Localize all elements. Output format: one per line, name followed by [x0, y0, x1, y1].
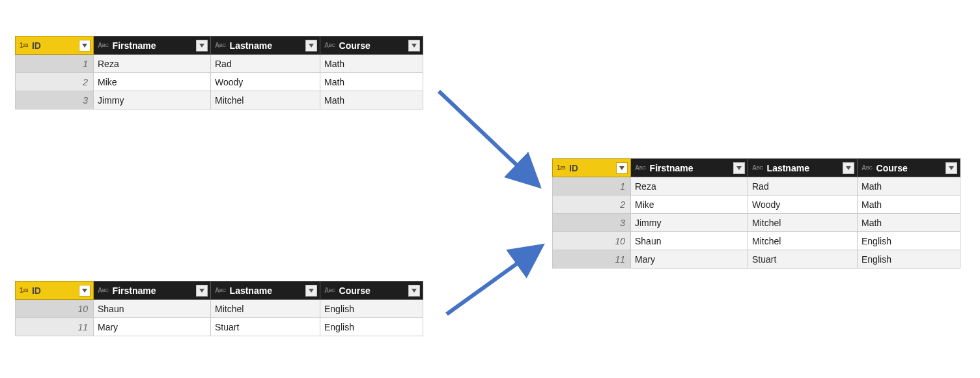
header-row: 123IDABCFirstnameABCLastnameABCCourse: [16, 36, 423, 55]
cell-firstname: Mary: [631, 250, 748, 269]
cell-id: 2: [553, 196, 631, 214]
cell-course: Math: [858, 177, 960, 196]
cell-course: Math: [858, 196, 960, 214]
cell-id: 3: [553, 214, 631, 232]
column-label: Firstname: [650, 163, 693, 173]
column-filter-button[interactable]: [305, 285, 317, 297]
column-filter-button[interactable]: [945, 162, 957, 174]
arrow-bottom-to-result: [441, 241, 546, 319]
table-row: 1RezaRadMath: [16, 55, 423, 73]
type-text-icon: ABC: [752, 165, 763, 171]
cell-lastname: Rad: [748, 177, 858, 196]
cell-course: English: [858, 232, 960, 250]
cell-id: 11: [553, 250, 631, 269]
type-text-icon: ABC: [98, 42, 109, 49]
column-header-last[interactable]: ABCLastname: [211, 282, 320, 300]
cell-lastname: Mitchel: [211, 91, 320, 109]
type-text-icon: ABC: [98, 287, 109, 294]
cell-course: Math: [320, 91, 423, 109]
cell-lastname: Mitchel: [748, 214, 858, 232]
cell-firstname: Jimmy: [631, 214, 748, 232]
cell-firstname: Mike: [94, 73, 211, 91]
column-label: Lastname: [767, 163, 809, 173]
cell-lastname: Woody: [211, 73, 320, 91]
column-header-course[interactable]: ABCCourse: [320, 282, 423, 300]
type-text-icon: ABC: [215, 42, 226, 49]
cell-lastname: Mitchel: [748, 232, 858, 250]
cell-firstname: Shaun: [94, 300, 211, 318]
cell-firstname: Reza: [631, 177, 748, 196]
column-label: ID: [32, 40, 41, 51]
type-int-icon: 123: [557, 165, 565, 171]
cell-course: English: [320, 300, 423, 318]
cell-lastname: Stuart: [211, 318, 320, 336]
table-row: 10ShaunMitchelEnglish: [553, 232, 960, 250]
table-row: 1RezaRadMath: [553, 177, 960, 196]
type-int-icon: 123: [20, 287, 28, 294]
column-header-first[interactable]: ABCFirstname: [94, 282, 211, 300]
column-filter-button[interactable]: [408, 285, 420, 297]
column-header-course[interactable]: ABCCourse: [320, 36, 423, 55]
cell-id: 11: [16, 318, 94, 336]
cell-id: 10: [16, 300, 94, 318]
table-row: 2MikeWoodyMath: [16, 73, 423, 91]
type-text-icon: ABC: [324, 287, 335, 294]
column-filter-button[interactable]: [733, 162, 745, 174]
source-table-top: 123IDABCFirstnameABCLastnameABCCourse1Re…: [15, 36, 423, 109]
cell-course: Math: [858, 214, 960, 232]
cell-lastname: Rad: [211, 55, 320, 73]
column-filter-button[interactable]: [305, 40, 317, 51]
column-filter-button[interactable]: [79, 285, 91, 297]
svg-line-0: [439, 91, 537, 184]
column-filter-button[interactable]: [196, 40, 208, 51]
cell-course: Math: [320, 55, 423, 73]
column-label: Course: [339, 285, 371, 296]
arrow-top-to-result: [434, 86, 544, 190]
column-header-id[interactable]: 123ID: [16, 36, 94, 55]
cell-firstname: Mike: [631, 196, 748, 214]
header-row: 123IDABCFirstnameABCLastnameABCCourse: [553, 159, 960, 177]
table-row: 11MaryStuartEnglish: [553, 250, 960, 269]
cell-course: English: [858, 250, 960, 269]
column-header-id[interactable]: 123ID: [16, 282, 94, 300]
svg-line-1: [447, 248, 539, 314]
cell-id: 2: [16, 73, 94, 91]
cell-id: 3: [16, 91, 94, 109]
cell-id: 10: [553, 232, 631, 250]
cell-firstname: Reza: [94, 55, 211, 73]
column-header-first[interactable]: ABCFirstname: [94, 36, 211, 55]
result-table: 123IDABCFirstnameABCLastnameABCCourse1Re…: [552, 158, 960, 269]
column-label: Course: [876, 163, 908, 173]
cell-lastname: Stuart: [748, 250, 858, 269]
column-filter-button[interactable]: [843, 162, 854, 174]
column-label: Lastname: [230, 285, 272, 296]
column-filter-button[interactable]: [79, 40, 91, 51]
cell-id: 1: [553, 177, 631, 196]
column-header-last[interactable]: ABCLastname: [748, 159, 858, 177]
cell-firstname: Mary: [94, 318, 211, 336]
column-label: ID: [569, 163, 578, 173]
cell-course: Math: [320, 73, 423, 91]
table-row: 3JimmyMitchelMath: [16, 91, 423, 109]
column-label: Firstname: [113, 40, 156, 51]
type-text-icon: ABC: [861, 165, 873, 171]
column-filter-button[interactable]: [196, 285, 208, 297]
column-header-id[interactable]: 123ID: [553, 159, 631, 177]
diagram-stage: 123IDABCFirstnameABCLastnameABCCourse1Re…: [0, 0, 980, 378]
type-text-icon: ABC: [635, 165, 646, 171]
cell-course: English: [320, 318, 423, 336]
type-text-icon: ABC: [324, 42, 335, 49]
type-text-icon: ABC: [215, 287, 226, 294]
column-header-first[interactable]: ABCFirstname: [631, 159, 748, 177]
source-table-bottom: 123IDABCFirstnameABCLastnameABCCourse10S…: [15, 281, 423, 336]
column-header-course[interactable]: ABCCourse: [858, 159, 960, 177]
column-filter-button[interactable]: [616, 162, 628, 174]
type-int-icon: 123: [20, 42, 28, 49]
table-row: 11MaryStuartEnglish: [16, 318, 423, 336]
column-label: Lastname: [230, 40, 272, 51]
cell-lastname: Mitchel: [211, 300, 320, 318]
column-header-last[interactable]: ABCLastname: [211, 36, 320, 55]
column-filter-button[interactable]: [408, 40, 420, 51]
column-label: ID: [32, 285, 41, 296]
table-row: 3JimmyMitchelMath: [553, 214, 960, 232]
